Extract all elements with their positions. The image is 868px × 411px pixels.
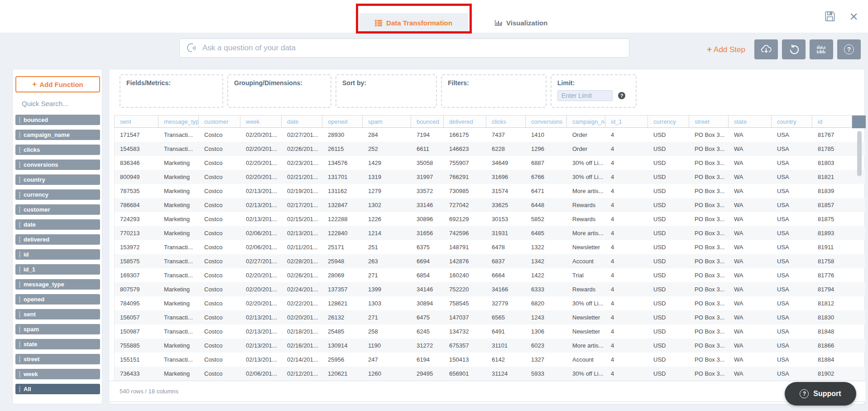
filters-dropzone[interactable]: Filters: [441,74,547,108]
table-cell: 6887 [526,156,567,170]
table-row[interactable]: 150987 Transacti... Costco 02/13/201... … [115,324,865,338]
table-row[interactable]: 169307 Transacti... Costco 02/20/201... … [115,268,865,282]
table-cell: 766291 [444,170,486,184]
field-pill[interactable]: street [15,354,100,364]
field-pill-label: street [24,356,39,363]
column-header[interactable]: opened [322,116,363,127]
table-row[interactable]: 770213 Marketing Costco 02/06/201... 02/… [115,226,865,240]
table-row[interactable]: 171547 Transacti... Costco 02/20/201... … [115,128,865,142]
quick-search-input[interactable] [22,100,112,107]
table-cell: 131701 [322,170,363,184]
vertical-scrollbar-thumb[interactable] [857,131,862,176]
table-row[interactable]: 156057 Transacti... Costco 02/13/201... … [115,310,865,324]
column-header[interactable]: state [729,116,772,127]
field-pill[interactable]: currency [15,189,100,200]
field-pill[interactable]: spam [15,324,100,334]
field-pill[interactable]: campaign_name [15,130,100,140]
table-row[interactable]: 787535 Marketing Costco 02/13/201... 02/… [115,184,865,198]
column-header[interactable]: message_type [158,116,199,127]
column-header[interactable]: country [772,116,812,127]
table-cell: Newsletter [567,240,605,254]
sort-by-dropzone[interactable]: Sort by: [336,74,437,108]
field-pill[interactable]: id_1 [15,264,100,275]
limit-input[interactable] [557,90,613,101]
support-button[interactable]: ? Support [785,382,856,406]
column-header[interactable]: conversions [526,116,567,127]
field-pill-all[interactable]: All [15,384,100,394]
help-button[interactable]: ? [837,39,861,59]
table-row[interactable]: 154583 Transacti... Costco 02/20/201... … [115,142,865,156]
limit-help-icon[interactable]: ? [618,92,625,99]
field-pill[interactable]: week [15,369,100,379]
table-cell: 02/20/201... [240,170,282,184]
field-pill[interactable]: conversions [15,160,100,170]
field-pill[interactable]: date [15,219,100,230]
table-cell: Costco [199,142,240,156]
add-step-button[interactable]: +Add Step [707,45,745,54]
close-icon[interactable]: × [849,9,858,24]
table-cell: 150413 [444,353,486,367]
table-row[interactable]: 807579 Marketing Costco 02/20/201... 02/… [115,282,865,296]
table-cell: WA [729,282,772,296]
scrollbar-corner [852,116,866,128]
field-pill[interactable]: bounced [15,115,100,125]
column-header[interactable]: clicks [486,116,526,127]
column-header[interactable]: customer [199,116,240,127]
add-function-button[interactable]: + Add Function [15,76,100,92]
table-cell: 284 [363,128,411,142]
table-cell: 02/06/201... [240,226,282,240]
column-header[interactable]: campaign_name [567,116,605,127]
field-pill-label: spam [24,326,39,333]
table-row[interactable]: 153972 Transacti... Costco 02/06/201... … [115,240,865,254]
table-row[interactable]: 836346 Marketing Costco 02/20/201... 02/… [115,156,865,170]
column-header[interactable]: spam [363,116,411,127]
table-row[interactable]: 786684 Marketing Costco 02/13/201... 02/… [115,198,865,212]
table-cell: More artis... [567,226,605,240]
tab-data-transformation[interactable]: Data Transformation [359,13,468,33]
table-cell: 1214 [363,226,411,240]
column-header[interactable]: delivered [444,116,486,127]
field-pill[interactable]: sent [15,309,100,319]
field-pill[interactable]: country [15,174,100,185]
table-cell: 263 [363,254,411,268]
field-pill[interactable]: id [15,249,100,260]
column-header[interactable]: sent [115,116,158,127]
column-header[interactable]: id [812,116,852,127]
column-header[interactable]: currency [648,116,689,127]
table-row[interactable]: 784095 Marketing Costco 02/20/201... 02/… [115,296,865,310]
refresh-button[interactable] [782,39,806,59]
fields-metrics-dropzone[interactable]: Fields/Metrics: [120,74,223,108]
field-pill-label: campaign_name [24,131,70,138]
table-cell: 1322 [526,240,567,254]
field-pill[interactable]: clicks [15,145,100,155]
histogram-button[interactable] [810,39,833,59]
field-pill[interactable]: opened [15,294,100,305]
field-pill[interactable]: state [15,339,100,349]
column-header[interactable]: bounced [411,116,444,127]
ask-question-box [179,39,629,58]
table-row[interactable]: 155151 Transacti... Costco 02/13/201... … [115,353,865,367]
table-row[interactable]: 158575 Transacti... Costco 02/27/201... … [115,254,865,268]
table-row[interactable]: 724293 Marketing Costco 02/13/201... 02/… [115,212,865,226]
save-button[interactable] [824,10,836,22]
table-cell: 800949 [115,170,158,184]
field-pill-label: id [24,251,29,258]
column-header[interactable]: date [282,116,322,127]
table-row[interactable]: 736433 Marketing Costco 02/06/201... 02/… [115,367,865,381]
ask-question-input[interactable] [202,44,629,53]
field-pill[interactable]: message_type [15,279,100,290]
tab-visualization[interactable]: Visualization [492,13,550,33]
table-cell: 120621 [322,367,363,381]
table-row[interactable]: 800949 Marketing Costco 02/20/201... 02/… [115,170,865,184]
column-header[interactable]: id_1 [605,116,648,127]
result-table: sent message_type customer week date ope… [114,115,865,381]
column-header[interactable]: street [689,116,729,127]
table-cell: USD [648,282,689,296]
field-pill[interactable]: customer [15,204,100,215]
table-cell: USD [648,324,689,338]
grouping-dimensions-dropzone[interactable]: Grouping/Dimensions: [227,74,331,108]
download-cloud-button[interactable] [754,39,778,59]
column-header[interactable]: week [240,116,282,127]
field-pill[interactable]: delivered [15,234,100,245]
table-row[interactable]: 755885 Marketing Costco 02/13/201... 02/… [115,338,865,353]
